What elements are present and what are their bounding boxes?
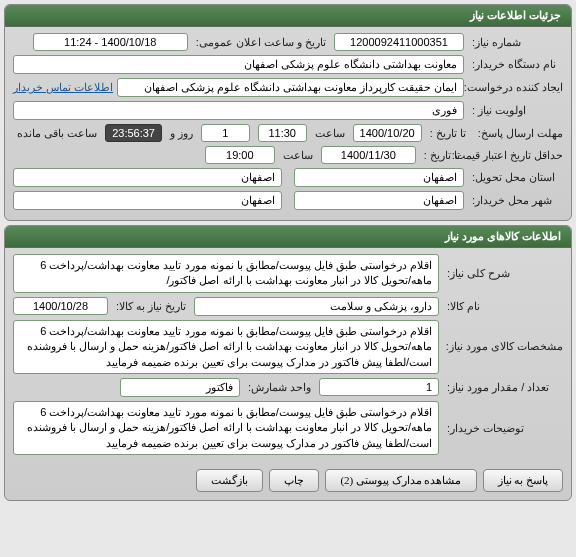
- day-and-label: روز و: [166, 127, 197, 140]
- deadline-label: مهلت ارسال پاسخ:: [474, 127, 563, 140]
- delivery-city-value: اصفهان: [294, 168, 464, 187]
- buyer-org-label: نام دستگاه خریدار:: [468, 58, 563, 71]
- back-button[interactable]: بازگشت: [196, 469, 263, 492]
- specs-label: مشخصات کالای مورد نیاز:: [443, 340, 563, 353]
- goods-name-label: نام کالا:: [443, 300, 563, 313]
- attachments-button[interactable]: مشاهده مدارک پیوستی (2): [325, 469, 476, 492]
- credit-time-value: 19:00: [205, 146, 275, 164]
- summary-label: شرح کلی نیاز:: [443, 267, 563, 280]
- creator-label: ایجاد کننده درخواست:: [468, 81, 563, 94]
- qty-label: تعداد / مقدار مورد نیاز:: [443, 381, 563, 394]
- pub-date-value: 1400/10/18 - 11:24: [33, 33, 188, 51]
- need-no-label: شماره نیاز:: [468, 36, 563, 49]
- creator-value: ایمان حقیقت کارپرداز معاونت بهداشتی دانش…: [117, 78, 464, 97]
- unit-label: واحد شمارش:: [244, 381, 315, 394]
- priority-value: فوری: [13, 101, 464, 120]
- delivery-city-label: استان محل تحویل:: [468, 171, 563, 184]
- summary-value: اقلام درخواستی طبق فایل پیوست/مطابق با ن…: [13, 254, 439, 293]
- action-buttons: پاسخ به نیاز مشاهده مدارک پیوستی (2) چاپ…: [5, 465, 571, 500]
- goods-info-header: اطلاعات کالاهای مورد نیاز: [5, 226, 571, 248]
- credit-date-value: 1400/11/30: [321, 146, 416, 164]
- buyer-org-value: معاونت بهداشتی دانشگاه علوم پزشکی اصفهان: [13, 55, 464, 74]
- need-date-label: تاریخ نیاز به کالا:: [112, 300, 190, 313]
- print-button[interactable]: چاپ: [269, 469, 319, 492]
- to-date-label: تا تاریخ :: [426, 127, 470, 140]
- buyer-city-value: اصفهان: [294, 191, 464, 210]
- credit-label: حداقل تاریخ اعتبار قیمت:: [468, 149, 563, 162]
- buyer-city2-value: اصفهان: [13, 191, 282, 210]
- pub-date-label: تاریخ و ساعت اعلان عمومی:: [192, 36, 330, 49]
- goods-info-panel: اطلاعات کالاهای مورد نیاز شرح کلی نیاز: …: [4, 225, 572, 501]
- need-info-header: جزئیات اطلاعات نیاز: [5, 5, 571, 27]
- goods-name-value: دارو، پزشکی و سلامت: [194, 297, 439, 316]
- priority-label: اولویت نیاز :: [468, 104, 563, 117]
- to-date-value: 1400/10/20: [353, 124, 422, 142]
- time-remain-value: 23:56:37: [105, 124, 162, 142]
- need-info-body: شماره نیاز: 1200092411000351 تاریخ و ساع…: [5, 27, 571, 220]
- buyer-notes-value: اقلام درخواستی طبق فایل پیوست/مطابق با ن…: [13, 401, 439, 455]
- specs-value: اقلام درخواستی طبق فایل پیوست/مطابق با ن…: [13, 320, 439, 374]
- days-remain-value: 1: [201, 124, 250, 142]
- delivery-city2-value: اصفهان: [13, 168, 282, 187]
- need-no-value: 1200092411000351: [334, 33, 464, 51]
- remain-label: ساعت باقی مانده: [13, 127, 101, 140]
- buyer-city-label: شهر محل خریدار:: [468, 194, 563, 207]
- goods-info-body: شرح کلی نیاز: اقلام درخواستی طبق فایل پی…: [5, 248, 571, 465]
- unit-value: فاکتور: [120, 378, 240, 397]
- time-label-1: ساعت: [311, 127, 349, 140]
- qty-value: 1: [319, 378, 439, 396]
- time-label-2: ساعت: [279, 149, 317, 162]
- buyer-notes-label: توضیحات خریدار:: [443, 422, 563, 435]
- need-info-panel: جزئیات اطلاعات نیاز شماره نیاز: 12000924…: [4, 4, 572, 221]
- contact-link[interactable]: اطلاعات تماس خریدار: [13, 81, 113, 94]
- to-date-label-2: تا تاریخ :: [420, 149, 464, 162]
- reply-button[interactable]: پاسخ به نیاز: [483, 469, 564, 492]
- need-date-value: 1400/10/28: [13, 297, 108, 315]
- to-time-value: 11:30: [258, 124, 307, 142]
